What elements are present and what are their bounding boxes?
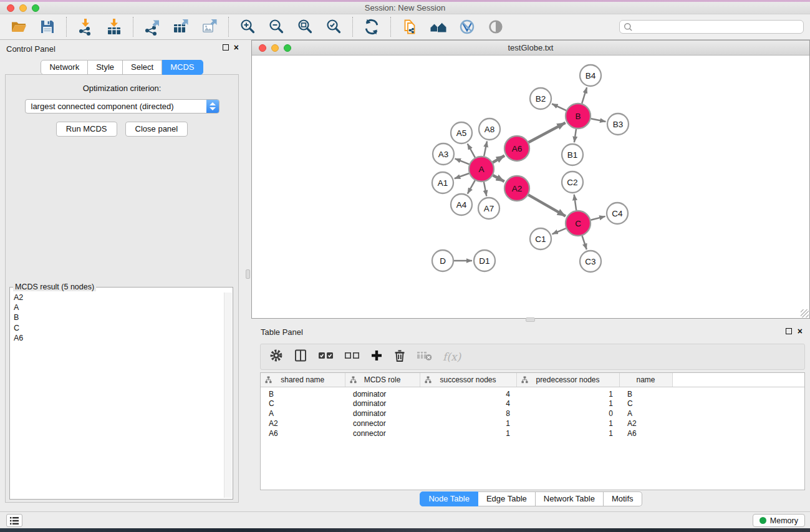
table-cell[interactable]: dominator <box>345 409 420 418</box>
node-B1[interactable]: B1 <box>562 144 583 165</box>
add-column-button[interactable] <box>370 349 383 364</box>
close-panel-icon[interactable]: × <box>234 44 239 51</box>
tab-network-table[interactable]: Network Table <box>536 491 604 506</box>
select-all-columns-button[interactable] <box>318 351 334 363</box>
edge-A-A5[interactable] <box>468 144 475 158</box>
table-row[interactable]: Cdominator41C <box>261 399 804 409</box>
tab-node-table[interactable]: Node Table <box>420 491 478 506</box>
edge-C-C3[interactable] <box>582 236 587 249</box>
save-session-button[interactable] <box>37 17 57 37</box>
table-cell[interactable]: A6 <box>261 428 345 438</box>
node-C[interactable]: C <box>566 211 591 236</box>
table-cell[interactable]: 1 <box>516 399 619 409</box>
table-cell[interactable]: 1 <box>420 428 516 438</box>
search-input[interactable] <box>619 20 804 34</box>
node-C2[interactable]: C2 <box>562 172 583 193</box>
column-header[interactable]: MCDS role <box>345 373 420 387</box>
node-A8[interactable]: A8 <box>479 118 500 140</box>
deselect-all-columns-button[interactable] <box>344 351 360 363</box>
column-visibility-button[interactable] <box>294 349 307 365</box>
edge-B-B4[interactable] <box>582 87 587 104</box>
column-header[interactable]: predecessor nodes <box>516 373 619 387</box>
import-table-button[interactable] <box>104 17 124 37</box>
table-cell[interactable]: 4 <box>420 387 516 399</box>
table-cell[interactable]: 1 <box>516 387 619 399</box>
delete-column-button[interactable] <box>393 349 406 365</box>
table-cell[interactable]: A2 <box>261 418 345 428</box>
zoom-selected-button[interactable] <box>324 17 344 37</box>
node-A4[interactable]: A4 <box>451 194 472 215</box>
open-session-button[interactable] <box>9 17 29 37</box>
hide-selected-button[interactable] <box>457 17 477 37</box>
network-from-selection-button[interactable] <box>400 17 420 37</box>
table-cell[interactable]: B <box>261 387 345 399</box>
table-cell[interactable]: connector <box>345 428 420 438</box>
tab-motifs[interactable]: Motifs <box>604 491 642 506</box>
optimization-criterion-select[interactable]: largest connected component (directed) <box>25 99 219 114</box>
network-canvas[interactable]: B4B2BB3A5A8A6A3B1AA1C2A2A4A7C4CC1C3DD1 <box>252 56 809 318</box>
edge-A2-C[interactable] <box>528 195 566 216</box>
import-network-button[interactable] <box>75 17 95 37</box>
node-C1[interactable]: C1 <box>530 228 551 249</box>
table-cell[interactable]: connector <box>345 418 420 428</box>
node-B2[interactable]: B2 <box>530 88 551 109</box>
edge-A-A8[interactable] <box>484 142 487 157</box>
node-B[interactable]: B <box>566 104 591 128</box>
table-cell[interactable]: C <box>261 399 345 409</box>
float-table-panel-icon[interactable] <box>786 328 792 334</box>
delete-table-button[interactable] <box>417 350 432 364</box>
result-scrollbar[interactable] <box>224 293 232 498</box>
edge-B-B1[interactable] <box>574 129 576 142</box>
node-D[interactable]: D <box>432 250 453 271</box>
edge-C-C1[interactable] <box>552 228 566 234</box>
export-network-button[interactable] <box>142 17 162 37</box>
table-cell[interactable]: 8 <box>420 409 516 418</box>
table-cell[interactable]: 0 <box>516 409 619 418</box>
node-C4[interactable]: C4 <box>607 203 628 224</box>
table-cell[interactable]: dominator <box>345 387 420 399</box>
table-cell[interactable]: A2 <box>619 418 672 428</box>
column-header[interactable]: name <box>619 373 672 387</box>
edge-B-B2[interactable] <box>552 104 566 111</box>
edge-A-A1[interactable] <box>455 173 469 178</box>
memory-button[interactable]: Memory <box>753 514 805 527</box>
node-A6[interactable]: A6 <box>504 136 529 161</box>
close-panel-button[interactable]: Close panel <box>125 122 188 137</box>
show-graphics-details-button[interactable] <box>486 17 506 37</box>
table-cell[interactable]: A <box>619 409 672 418</box>
export-image-button[interactable] <box>200 17 219 37</box>
edge-A-A2[interactable] <box>493 175 504 181</box>
node-A5[interactable]: A5 <box>451 122 472 143</box>
run-mcds-button[interactable]: Run MCDS <box>56 122 117 137</box>
table-cell[interactable]: 1 <box>516 418 619 428</box>
tab-network[interactable]: Network <box>41 60 88 75</box>
table-cell[interactable]: A6 <box>619 428 672 438</box>
show-panels-button[interactable] <box>6 514 22 527</box>
panel-divider-grip[interactable] <box>246 269 250 279</box>
edge-C-C2[interactable] <box>574 195 577 210</box>
zoom-in-button[interactable] <box>238 17 258 37</box>
node-D1[interactable]: D1 <box>474 250 495 271</box>
edge-A-A6[interactable] <box>493 156 504 163</box>
node-B4[interactable]: B4 <box>580 65 601 86</box>
zoom-fit-button[interactable] <box>295 17 315 37</box>
function-builder-button[interactable]: f(x) <box>443 351 461 363</box>
close-table-panel-icon[interactable]: × <box>798 328 803 334</box>
table-cell[interactable]: C <box>619 399 672 409</box>
tab-edge-table[interactable]: Edge Table <box>478 491 536 506</box>
table-cell[interactable]: dominator <box>345 399 420 409</box>
table-settings-button[interactable] <box>269 349 283 365</box>
network-window-titlebar[interactable]: testGlobe.txt <box>252 41 809 56</box>
zoom-window-button[interactable] <box>32 4 39 12</box>
node-A7[interactable]: A7 <box>478 198 499 219</box>
table-cell[interactable]: 1 <box>420 418 516 428</box>
export-table-button[interactable] <box>171 17 191 37</box>
table-cell[interactable]: A <box>261 409 345 418</box>
main-titlebar[interactable]: Session: New Session <box>0 2 810 14</box>
table-cell[interactable]: 1 <box>516 428 619 438</box>
node-A2[interactable]: A2 <box>504 176 529 201</box>
tab-mcds[interactable]: MCDS <box>162 60 203 75</box>
edge-A6-B[interactable] <box>529 123 566 142</box>
network-minimize-button[interactable] <box>271 44 279 52</box>
result-item[interactable]: B <box>11 312 223 322</box>
